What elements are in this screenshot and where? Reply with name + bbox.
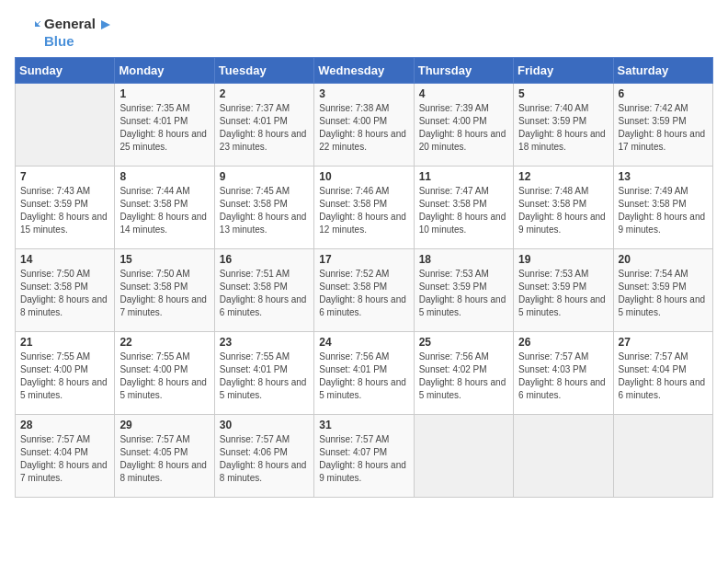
logo-general: General xyxy=(44,16,96,31)
calendar-cell: 28 Sunrise: 7:57 AM Sunset: 4:04 PM Dayl… xyxy=(16,415,115,498)
daylight-text: Daylight: 8 hours and 6 minutes. xyxy=(518,377,606,400)
day-number: 30 xyxy=(220,419,309,431)
weekday-header-cell: Wednesday xyxy=(314,58,414,84)
cell-info: Sunrise: 7:56 AM Sunset: 4:02 PM Dayligh… xyxy=(419,350,508,402)
daylight-text: Daylight: 8 hours and 18 minutes. xyxy=(518,129,606,152)
calendar-cell: 2 Sunrise: 7:37 AM Sunset: 4:01 PM Dayli… xyxy=(214,84,313,167)
logo-svg xyxy=(15,19,40,45)
sunset-text: Sunset: 4:04 PM xyxy=(20,447,88,457)
calendar-week-row: 1 Sunrise: 7:35 AM Sunset: 4:01 PM Dayli… xyxy=(16,84,713,167)
day-number: 19 xyxy=(518,253,608,266)
logo-text: General Blue xyxy=(44,15,110,50)
calendar-body: 1 Sunrise: 7:35 AM Sunset: 4:01 PM Dayli… xyxy=(16,84,713,498)
weekday-header-cell: Saturday xyxy=(613,58,712,84)
logo: General Blue xyxy=(15,15,110,50)
sunset-text: Sunset: 3:58 PM xyxy=(419,199,487,209)
day-number: 15 xyxy=(119,253,209,266)
cell-info: Sunrise: 7:55 AM Sunset: 4:00 PM Dayligh… xyxy=(20,350,109,402)
calendar-week-row: 21 Sunrise: 7:55 AM Sunset: 4:00 PM Dayl… xyxy=(16,332,713,415)
cell-info: Sunrise: 7:57 AM Sunset: 4:03 PM Dayligh… xyxy=(518,350,608,402)
sunrise-text: Sunrise: 7:37 AM xyxy=(220,103,290,113)
daylight-text: Daylight: 8 hours and 5 minutes. xyxy=(619,294,706,317)
calendar-cell: 21 Sunrise: 7:55 AM Sunset: 4:00 PM Dayl… xyxy=(16,332,115,415)
calendar-cell: 31 Sunrise: 7:57 AM Sunset: 4:07 PM Dayl… xyxy=(314,415,414,498)
sunrise-text: Sunrise: 7:49 AM xyxy=(619,186,688,196)
weekday-header-cell: Monday xyxy=(115,58,214,84)
cell-info: Sunrise: 7:50 AM Sunset: 3:58 PM Dayligh… xyxy=(119,268,209,319)
calendar-cell: 17 Sunrise: 7:52 AM Sunset: 3:58 PM Dayl… xyxy=(314,249,414,332)
calendar-cell xyxy=(613,415,712,498)
sunrise-text: Sunrise: 7:56 AM xyxy=(319,351,389,362)
daylight-text: Daylight: 8 hours and 15 minutes. xyxy=(20,212,108,235)
calendar-cell xyxy=(514,415,613,498)
day-number: 1 xyxy=(119,87,209,100)
calendar-cell: 29 Sunrise: 7:57 AM Sunset: 4:05 PM Dayl… xyxy=(115,415,214,498)
calendar-cell: 1 Sunrise: 7:35 AM Sunset: 4:01 PM Dayli… xyxy=(115,84,214,167)
sunrise-text: Sunrise: 7:57 AM xyxy=(619,351,688,362)
sunrise-text: Sunrise: 7:39 AM xyxy=(419,103,489,113)
weekday-header-cell: Tuesday xyxy=(214,58,313,84)
calendar-cell: 6 Sunrise: 7:42 AM Sunset: 3:59 PM Dayli… xyxy=(613,84,712,167)
day-number: 31 xyxy=(319,419,408,431)
svg-marker-2 xyxy=(101,20,110,29)
cell-info: Sunrise: 7:39 AM Sunset: 4:00 PM Dayligh… xyxy=(419,102,508,154)
daylight-text: Daylight: 8 hours and 5 minutes. xyxy=(220,377,307,400)
day-number: 18 xyxy=(419,253,508,266)
sunrise-text: Sunrise: 7:47 AM xyxy=(419,186,489,196)
calendar-cell xyxy=(414,415,513,498)
sunset-text: Sunset: 3:58 PM xyxy=(518,199,586,209)
daylight-text: Daylight: 8 hours and 6 minutes. xyxy=(220,294,307,317)
cell-info: Sunrise: 7:49 AM Sunset: 3:58 PM Dayligh… xyxy=(619,185,708,236)
sunset-text: Sunset: 4:01 PM xyxy=(220,116,288,126)
logo-blue: Blue xyxy=(44,33,74,49)
sunrise-text: Sunrise: 7:44 AM xyxy=(119,186,189,196)
sunrise-text: Sunrise: 7:53 AM xyxy=(419,269,489,279)
calendar-cell: 14 Sunrise: 7:50 AM Sunset: 3:58 PM Dayl… xyxy=(16,249,115,332)
sunrise-text: Sunrise: 7:55 AM xyxy=(220,351,290,362)
calendar-cell: 4 Sunrise: 7:39 AM Sunset: 4:00 PM Dayli… xyxy=(414,84,513,167)
sunset-text: Sunset: 3:58 PM xyxy=(119,282,188,292)
cell-info: Sunrise: 7:43 AM Sunset: 3:59 PM Dayligh… xyxy=(20,185,109,236)
day-number: 28 xyxy=(20,419,109,431)
sunrise-text: Sunrise: 7:42 AM xyxy=(619,103,688,113)
cell-info: Sunrise: 7:55 AM Sunset: 4:01 PM Dayligh… xyxy=(220,350,309,402)
cell-info: Sunrise: 7:44 AM Sunset: 3:58 PM Dayligh… xyxy=(119,185,209,236)
calendar-cell: 3 Sunrise: 7:38 AM Sunset: 4:00 PM Dayli… xyxy=(314,84,414,167)
daylight-text: Daylight: 8 hours and 5 minutes. xyxy=(119,377,207,400)
cell-info: Sunrise: 7:35 AM Sunset: 4:01 PM Dayligh… xyxy=(119,102,209,154)
cell-info: Sunrise: 7:51 AM Sunset: 3:58 PM Dayligh… xyxy=(220,268,309,319)
calendar-cell: 23 Sunrise: 7:55 AM Sunset: 4:01 PM Dayl… xyxy=(214,332,313,415)
calendar-cell: 18 Sunrise: 7:53 AM Sunset: 3:59 PM Dayl… xyxy=(414,249,513,332)
day-number: 13 xyxy=(619,170,708,183)
sunset-text: Sunset: 4:00 PM xyxy=(119,364,188,374)
daylight-text: Daylight: 8 hours and 25 minutes. xyxy=(119,129,207,152)
sunrise-text: Sunrise: 7:38 AM xyxy=(319,103,389,113)
sunrise-text: Sunrise: 7:45 AM xyxy=(220,186,290,196)
sunrise-text: Sunrise: 7:51 AM xyxy=(220,269,290,279)
sunset-text: Sunset: 3:59 PM xyxy=(518,282,586,292)
weekday-header-cell: Sunday xyxy=(16,58,115,84)
daylight-text: Daylight: 8 hours and 17 minutes. xyxy=(619,129,706,152)
calendar-week-row: 7 Sunrise: 7:43 AM Sunset: 3:59 PM Dayli… xyxy=(16,167,713,249)
sunset-text: Sunset: 3:58 PM xyxy=(220,282,288,292)
weekday-header-cell: Friday xyxy=(514,58,613,84)
sunrise-text: Sunrise: 7:43 AM xyxy=(20,186,90,196)
cell-info: Sunrise: 7:38 AM Sunset: 4:00 PM Dayligh… xyxy=(319,102,408,154)
sunrise-text: Sunrise: 7:55 AM xyxy=(119,351,189,362)
day-number: 21 xyxy=(20,336,109,349)
daylight-text: Daylight: 8 hours and 22 minutes. xyxy=(319,129,406,152)
sunset-text: Sunset: 4:07 PM xyxy=(319,447,387,457)
sunset-text: Sunset: 3:58 PM xyxy=(319,199,387,209)
calendar-cell: 25 Sunrise: 7:56 AM Sunset: 4:02 PM Dayl… xyxy=(414,332,513,415)
daylight-text: Daylight: 8 hours and 7 minutes. xyxy=(119,294,207,317)
cell-info: Sunrise: 7:37 AM Sunset: 4:01 PM Dayligh… xyxy=(220,102,309,154)
sunset-text: Sunset: 4:03 PM xyxy=(518,364,586,374)
day-number: 16 xyxy=(220,253,309,266)
sunrise-text: Sunrise: 7:46 AM xyxy=(319,186,389,196)
cell-info: Sunrise: 7:40 AM Sunset: 3:59 PM Dayligh… xyxy=(518,102,608,154)
sunrise-text: Sunrise: 7:56 AM xyxy=(419,351,489,362)
calendar-table: SundayMondayTuesdayWednesdayThursdayFrid… xyxy=(15,57,713,498)
cell-info: Sunrise: 7:57 AM Sunset: 4:07 PM Dayligh… xyxy=(319,433,408,485)
sunset-text: Sunset: 3:59 PM xyxy=(518,116,586,126)
cell-info: Sunrise: 7:53 AM Sunset: 3:59 PM Dayligh… xyxy=(419,268,508,319)
